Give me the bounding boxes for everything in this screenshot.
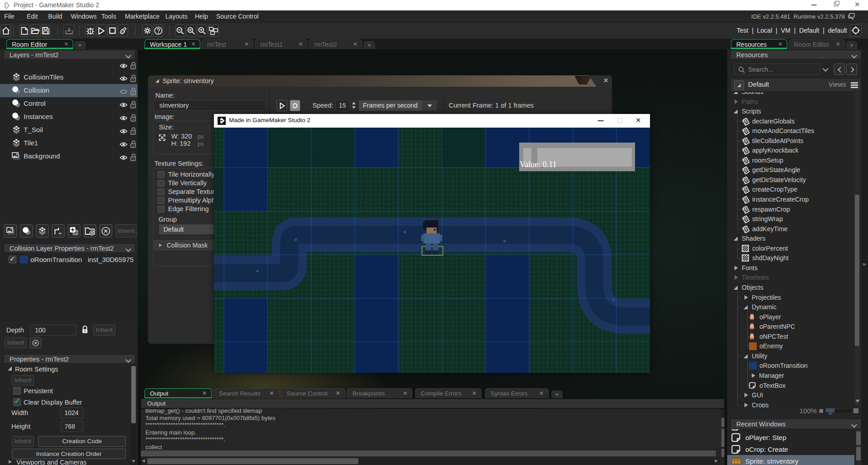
svg-text:Value: 0.11: Value: 0.11 [520, 160, 556, 169]
